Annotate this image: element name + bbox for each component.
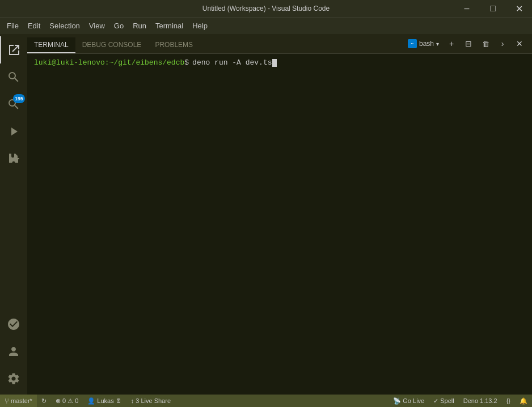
deno-version-status[interactable]: Deno 1.13.2 (459, 395, 502, 407)
sidebar-item-extensions[interactable] (0, 145, 27, 172)
sidebar-item-explorer[interactable] (0, 36, 27, 63)
sync-icon: ↻ (41, 397, 47, 405)
menu-help[interactable]: Help (188, 19, 212, 32)
settings-icon[interactable] (0, 365, 27, 392)
menu-bar: File Edit Selection View Go Run Terminal… (0, 17, 532, 34)
errors-warnings-status[interactable]: ⊗ 0 ⚠ 0 (51, 395, 83, 407)
menu-file[interactable]: File (2, 19, 23, 32)
go-live-label: Go Live (403, 397, 424, 404)
prompt-dollar: $ (184, 58, 189, 67)
live-share-icon: ↕ (131, 397, 134, 404)
account-icon[interactable] (0, 338, 27, 365)
git-branch-icon: ⑂ (5, 397, 9, 405)
activity-bar: 195 (0, 34, 27, 395)
notifications-button[interactable]: 🔔 (515, 395, 532, 407)
terminal-panel: TERMINAL DEBUG CONSOLE PROBLEMS ~ bash ▾… (27, 34, 532, 395)
more-actions-button[interactable]: › (495, 36, 510, 52)
git-branch-label: master* (11, 397, 32, 404)
status-bar-right: 📡 Go Live ✓ Spell Deno 1.13.2 {} 🔔 (389, 395, 532, 407)
terminal-command: deno run -A dev.ts (192, 58, 272, 67)
bell-icon: 🔔 (520, 397, 527, 405)
source-control-badge: 195 (13, 94, 25, 103)
menu-terminal[interactable]: Terminal (151, 19, 188, 32)
panel-header: TERMINAL DEBUG CONSOLE PROBLEMS ~ bash ▾… (27, 34, 532, 54)
deno-version-label: Deno 1.13.2 (463, 397, 497, 404)
terminal-body[interactable]: luki@luki-lenovo :~/git/eibens/edcb $ de… (27, 54, 532, 395)
menu-selection[interactable]: Selection (45, 19, 84, 32)
prettier-icon: {} (506, 397, 510, 404)
menu-go[interactable]: Go (109, 19, 128, 32)
go-live-button[interactable]: 📡 Go Live (389, 395, 429, 407)
remote-explorer-icon[interactable] (0, 311, 27, 338)
terminal-prompt-line: luki@luki-lenovo :~/git/eibens/edcb $ de… (34, 58, 525, 67)
terminal-cursor (272, 59, 277, 67)
menu-run[interactable]: Run (128, 19, 151, 32)
main-layout: 195 TERMINAL DEBUG (0, 34, 532, 395)
bash-icon: ~ (408, 39, 417, 48)
live-share-label: 3 Live Share (136, 397, 171, 404)
live-share-user-status[interactable]: 👤 Lukas 🗓 (83, 395, 126, 407)
go-live-icon: 📡 (393, 397, 401, 405)
bash-label: bash (419, 40, 434, 48)
live-share-user-icon: 👤 (87, 397, 95, 405)
checkmark-icon: ✓ (433, 397, 438, 405)
maximize-button[interactable]: □ (480, 0, 506, 17)
window-title: Untitled (Workspace) - Visual Studio Cod… (202, 5, 330, 12)
activity-bar-bottom (0, 311, 27, 395)
panel-actions: ~ bash ▾ + ⊟ 🗑 › ✕ (404, 36, 532, 52)
minimize-button[interactable]: – (454, 0, 480, 17)
chevron-down-icon: ▾ (436, 41, 439, 47)
status-bar: ⑂ master* ↻ ⊗ 0 ⚠ 0 👤 Lukas 🗓 ↕ 3 Live S… (0, 395, 532, 407)
git-branch-status[interactable]: ⑂ master* (0, 395, 37, 407)
sidebar-item-source-control[interactable]: 195 (0, 91, 27, 118)
spell-check-status[interactable]: ✓ Spell (429, 395, 458, 407)
split-terminal-button[interactable]: ⊟ (461, 36, 476, 52)
sync-status[interactable]: ↻ (37, 395, 51, 407)
sidebar-item-run-debug[interactable] (0, 118, 27, 145)
menu-view[interactable]: View (85, 19, 109, 32)
tab-terminal[interactable]: TERMINAL (27, 37, 75, 53)
title-bar: Untitled (Workspace) - Visual Studio Cod… (0, 0, 532, 17)
close-button[interactable]: ✕ (506, 0, 532, 17)
prompt-path: :~/git/eibens/edcb (105, 58, 184, 67)
kill-terminal-button[interactable]: 🗑 (478, 36, 493, 52)
sidebar-item-search[interactable] (0, 63, 27, 91)
close-panel-button[interactable]: ✕ (512, 36, 527, 52)
tab-problems[interactable]: PROBLEMS (148, 37, 200, 53)
prettier-status[interactable]: {} (502, 395, 515, 407)
bash-shell-selector[interactable]: ~ bash ▾ (404, 38, 442, 49)
editor-area: TERMINAL DEBUG CONSOLE PROBLEMS ~ bash ▾… (27, 34, 532, 395)
menu-edit[interactable]: Edit (23, 19, 45, 32)
live-share-user-label: Lukas 🗓 (97, 397, 121, 404)
panel-tabs: TERMINAL DEBUG CONSOLE PROBLEMS (27, 34, 200, 53)
spell-label: Spell (440, 397, 454, 404)
live-share-button[interactable]: ↕ 3 Live Share (126, 395, 175, 407)
window-controls: – □ ✕ (454, 0, 532, 17)
prompt-user: luki@luki-lenovo (34, 58, 105, 67)
add-terminal-button[interactable]: + (444, 36, 459, 52)
status-bar-left: ⑂ master* ↻ ⊗ 0 ⚠ 0 👤 Lukas 🗓 ↕ 3 Live S… (0, 395, 175, 407)
errors-warnings-label: ⊗ 0 ⚠ 0 (56, 397, 78, 405)
tab-debug-console[interactable]: DEBUG CONSOLE (75, 37, 149, 53)
